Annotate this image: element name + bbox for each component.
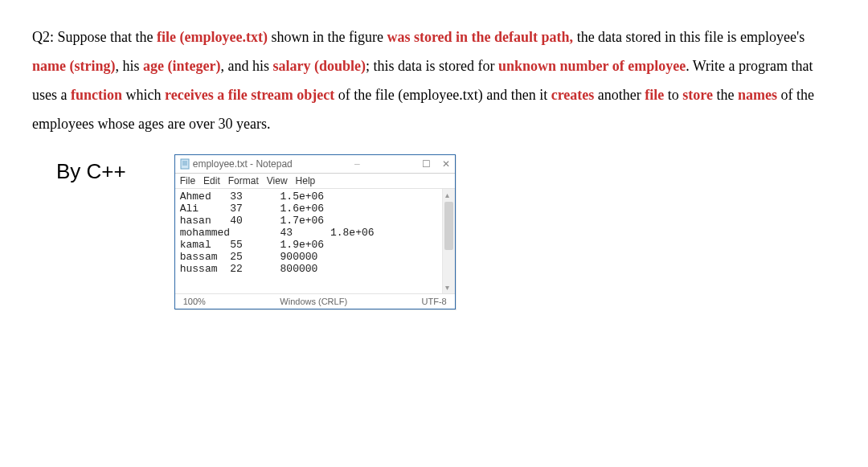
line: mohammed 43 1.8e+06 [180,227,375,239]
notepad-window: employee.txt - Notepad – ☐ ✕ File Edit F… [174,154,456,309]
line: kamal 55 1.9e+06 [180,239,324,251]
menu-edit[interactable]: Edit [203,175,220,186]
window-title: employee.txt - Notepad [193,158,293,170]
titlebar[interactable]: employee.txt - Notepad – ☐ ✕ [175,155,455,174]
menu-view[interactable]: View [267,175,288,186]
file-phrase: file (employee.txt) [157,29,268,45]
scroll-up-icon[interactable]: ▴ [445,190,449,199]
line: bassam 25 900000 [180,251,318,263]
scroll-thumb[interactable] [444,202,453,250]
age-phrase: age (integer) [143,58,220,74]
vertical-scrollbar[interactable]: ▴ ▾ [442,189,455,293]
q-label: Q2: [32,29,54,45]
creates-word: creates [551,87,595,103]
file-word: file [645,87,664,103]
status-encoding: UTF-8 [422,297,447,306]
stored-phrase: was stored in the default path, [387,29,573,45]
line: Ahmed 33 1.5e+06 [180,190,324,203]
unknown-phrase: unknown number of employee [498,58,686,74]
scroll-down-icon[interactable]: ▾ [445,283,449,292]
line: hussam 22 800000 [180,263,318,275]
menubar: File Edit Format View Help [175,174,455,189]
menu-format[interactable]: Format [228,175,259,186]
store-word: store [682,87,713,103]
language-label: By C++ [32,154,126,184]
menu-file[interactable]: File [180,175,195,186]
statusbar: 100% Windows (CRLF) UTF-8 [175,293,455,309]
names-word: names [738,87,777,103]
salary-phrase: salary (double) [272,58,366,74]
text-area[interactable]: Ahmed 33 1.5e+06 Ali 37 1.6e+06 hasan 40… [175,189,442,293]
line: Ali 37 1.6e+06 [180,203,324,215]
receives-phrase: receives a file stream object [165,87,334,103]
svg-rect-0 [181,159,189,169]
question-text: Q2: Suppose that the file (employee.txt)… [32,23,836,138]
name-phrase: name (string) [32,58,115,74]
status-zoom: 100% [183,297,206,306]
titlebar-sep: – [293,158,422,170]
function-word: function [71,87,122,103]
status-eol: Windows (CRLF) [222,297,406,306]
maximize-icon[interactable]: ☐ [422,158,431,170]
notepad-file-icon [180,158,190,170]
close-icon[interactable]: ✕ [442,158,450,170]
menu-help[interactable]: Help [296,175,316,186]
line: hasan 40 1.7e+06 [180,215,324,227]
